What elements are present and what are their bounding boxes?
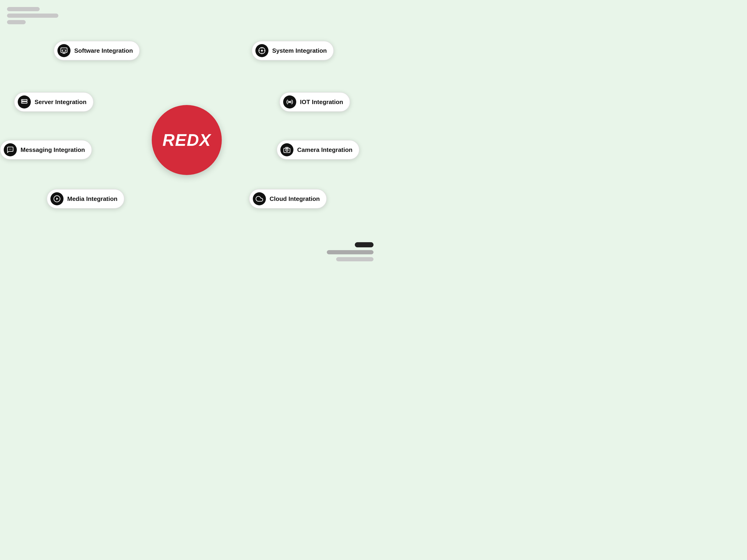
server-integration-card[interactable]: Server Integration — [14, 92, 94, 112]
system-icon — [255, 44, 268, 57]
cloud-integration-card[interactable]: Cloud Integration — [249, 189, 327, 209]
software-integration-label: Software Integration — [74, 47, 133, 54]
scrollbar-br-1 — [355, 242, 374, 247]
iot-integration-card[interactable]: IOT Integration — [279, 92, 350, 112]
scrollbar-br-2 — [327, 250, 374, 254]
messaging-integration-label: Messaging Integration — [21, 146, 85, 154]
scrollbar-group-br — [327, 242, 374, 261]
system-integration-card[interactable]: System Integration — [252, 41, 334, 60]
svg-marker-15 — [56, 197, 58, 200]
svg-point-12 — [286, 150, 287, 151]
svg-point-6 — [22, 102, 23, 103]
scrollbar-group-tl — [7, 7, 58, 24]
scrollbar-tl-1 — [7, 7, 40, 11]
iot-icon — [283, 96, 296, 108]
server-integration-label: Server Integration — [34, 99, 86, 106]
svg-point-5 — [22, 100, 23, 101]
camera-icon — [280, 143, 293, 156]
svg-point-7 — [289, 101, 291, 103]
svg-point-10 — [11, 149, 12, 150]
svg-rect-4 — [22, 102, 27, 103]
cloud-icon — [253, 192, 266, 205]
camera-integration-label: Camera Integration — [297, 146, 353, 154]
redx-logo-text: REDX — [162, 130, 211, 150]
messaging-integration-card[interactable]: Messaging Integration — [0, 140, 92, 160]
redx-logo-circle: REDX — [152, 105, 222, 175]
svg-point-8 — [9, 149, 10, 150]
media-integration-card[interactable]: Media Integration — [47, 189, 124, 209]
camera-integration-card[interactable]: Camera Integration — [277, 140, 360, 160]
messaging-icon — [4, 143, 17, 156]
scrollbar-tl-3 — [7, 20, 26, 24]
software-integration-card[interactable]: Software Integration — [54, 41, 140, 60]
media-integration-label: Media Integration — [67, 195, 118, 203]
system-integration-label: System Integration — [272, 47, 327, 54]
software-icon — [57, 44, 71, 57]
svg-rect-0 — [61, 48, 67, 53]
scrollbar-tl-2 — [7, 14, 58, 18]
scrollbar-br-3 — [336, 257, 374, 261]
svg-rect-3 — [22, 99, 27, 101]
cloud-integration-label: Cloud Integration — [269, 195, 320, 203]
svg-point-9 — [10, 149, 11, 150]
svg-point-2 — [261, 50, 263, 52]
server-icon — [18, 96, 31, 108]
iot-integration-label: IOT Integration — [300, 99, 343, 106]
media-icon — [50, 192, 63, 205]
